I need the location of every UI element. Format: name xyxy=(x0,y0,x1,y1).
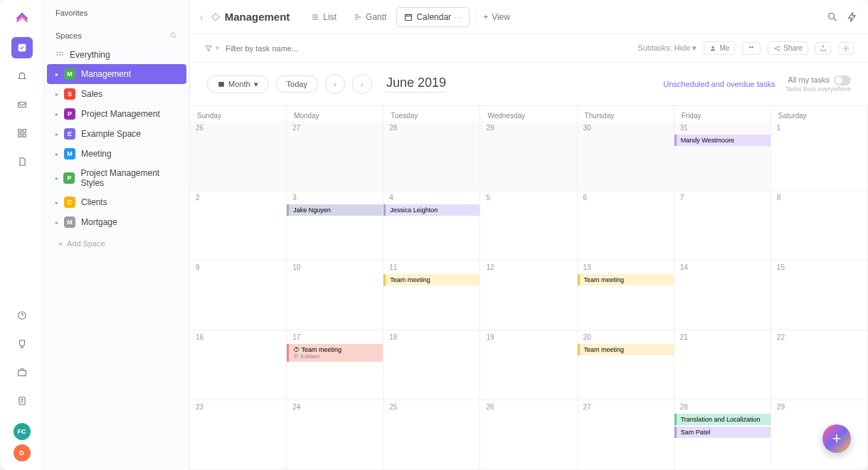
rail-notepad-icon[interactable] xyxy=(11,390,33,412)
calendar-cell[interactable]: 28 xyxy=(383,121,480,191)
calendar-cell[interactable]: 20Team meeting xyxy=(578,330,674,400)
calendar-cell[interactable]: 27 xyxy=(287,121,383,191)
svg-rect-2 xyxy=(23,130,26,132)
add-space-button[interactable]: + Add Space xyxy=(44,232,189,255)
calendar-cell[interactable]: 8 xyxy=(771,191,868,261)
rail-goals-icon[interactable] xyxy=(11,333,33,355)
calendar-cell[interactable]: 1 xyxy=(771,121,868,191)
rail-notifications-icon[interactable] xyxy=(11,66,33,87)
calendar-cell[interactable]: 11Team meeting xyxy=(383,261,480,330)
space-item[interactable]: ▸PProject Management xyxy=(44,104,189,124)
calendar-cell[interactable]: 6 xyxy=(578,191,674,261)
next-button[interactable]: › xyxy=(352,74,372,94)
svg-point-16 xyxy=(829,13,835,19)
assignee-filter[interactable] xyxy=(742,42,761,55)
rail-tasks-icon[interactable] xyxy=(11,37,33,58)
space-item[interactable]: ▸MManagement xyxy=(47,64,186,84)
rail-docs-icon[interactable] xyxy=(11,151,33,172)
space-item[interactable]: ▸MMeeting xyxy=(44,144,189,164)
all-tasks-toggle[interactable]: All my tasks Tasks from everywhere xyxy=(785,75,851,93)
space-item[interactable]: ▸EExample Space xyxy=(44,124,189,144)
me-filter[interactable]: Me xyxy=(704,41,735,55)
calendar-cell[interactable]: 14 xyxy=(674,261,771,330)
calendar-cell[interactable]: 15 xyxy=(771,261,868,330)
calendar-cell[interactable]: 7 xyxy=(674,191,771,261)
calendar-event[interactable]: Team meeting xyxy=(578,274,674,286)
day-header: Thursday xyxy=(578,106,674,121)
calendar-event[interactable]: Jake Nguyen xyxy=(287,204,383,216)
calendar-cell[interactable]: 26 xyxy=(190,121,287,191)
calendar-cell[interactable]: 31Mandy Westmoore xyxy=(674,121,771,191)
calendar-event[interactable]: Translation and Localization xyxy=(674,414,771,425)
calendar-event[interactable]: Mandy Westmoore xyxy=(674,135,771,146)
calendar-cell[interactable]: 12 xyxy=(480,261,577,330)
calendar-cell[interactable]: 28Translation and LocalizationSam Patel xyxy=(674,400,771,470)
tab-list[interactable]: List xyxy=(304,8,344,26)
bolt-icon[interactable] xyxy=(847,11,858,23)
range-selector[interactable]: Month ▾ xyxy=(207,75,269,93)
user-avatar[interactable]: FC xyxy=(14,423,31,440)
calendar-event[interactable]: Team meeting xyxy=(578,344,674,355)
calendar-cell[interactable]: 22 xyxy=(771,330,868,400)
calendar-cell[interactable]: 2 xyxy=(190,191,287,261)
calendar-cell[interactable]: 29 xyxy=(480,121,577,191)
calendar-cell[interactable]: 24 xyxy=(287,400,383,470)
settings-icon[interactable] xyxy=(838,42,854,55)
cell-date: 6 xyxy=(578,194,674,204)
calendar-cell[interactable]: 26 xyxy=(480,400,577,470)
calendar-cell[interactable]: 16 xyxy=(190,330,287,400)
calendar-cell[interactable]: 27 xyxy=(578,400,674,470)
calendar-cell[interactable]: 9 xyxy=(190,261,287,330)
calendar-cell[interactable]: 21 xyxy=(674,330,771,400)
tab-gantt[interactable]: Gantt xyxy=(346,8,393,26)
calendar-cell[interactable]: 19 xyxy=(480,330,577,400)
spaces-header[interactable]: Spaces xyxy=(44,23,189,46)
prev-button[interactable]: ‹ xyxy=(325,74,345,94)
calendar-cell[interactable]: 3Jake Nguyen xyxy=(287,191,383,261)
calendar-cell[interactable]: 5 xyxy=(480,191,577,261)
svg-rect-6 xyxy=(18,370,26,376)
space-item[interactable]: ▸SSales xyxy=(44,84,189,104)
calendar-event[interactable]: Sam Patel xyxy=(674,427,771,438)
calendar-cell[interactable]: 17⏱ Team meeting⏱ 8:00am xyxy=(287,330,383,400)
calendar-cell[interactable]: 29 xyxy=(771,400,868,470)
calendar-event[interactable]: Jessica Leighton xyxy=(383,204,480,216)
tab-calendar[interactable]: Calendar··· xyxy=(396,7,470,27)
space-label: Project Management xyxy=(81,109,160,119)
calendar-cell[interactable]: 30 xyxy=(578,121,674,191)
autosave-icon[interactable] xyxy=(815,42,831,55)
today-button[interactable]: Today xyxy=(276,75,318,93)
calendar-cell[interactable]: 18 xyxy=(383,330,480,400)
search-icon[interactable] xyxy=(827,11,838,23)
user-avatar[interactable]: D xyxy=(14,444,31,461)
space-item[interactable]: ▸CClients xyxy=(44,192,189,212)
search-icon[interactable] xyxy=(169,31,178,40)
create-task-fab[interactable]: + xyxy=(822,424,851,453)
add-view-button[interactable]: + View xyxy=(475,8,517,26)
calendar-cell[interactable]: 23 xyxy=(190,400,287,470)
subtasks-toggle[interactable]: Subtasks: Hide ▾ xyxy=(637,43,697,53)
calendar-title[interactable]: June 2019 xyxy=(386,75,446,93)
back-button[interactable]: ‹ xyxy=(200,11,203,23)
calendar-event[interactable]: ⏱ Team meeting⏱ 8:00am xyxy=(287,344,383,362)
everything-item[interactable]: Everything xyxy=(44,46,189,64)
cell-date: 7 xyxy=(674,194,771,204)
calendar-event[interactable]: Team meeting xyxy=(383,274,480,286)
calendar-cell[interactable]: 10 xyxy=(287,261,383,330)
share-button[interactable]: Share xyxy=(768,41,808,55)
space-item[interactable]: ▸PProject Management Styles xyxy=(44,164,189,192)
rail-help-icon[interactable] xyxy=(11,305,33,326)
space-item[interactable]: ▸MMortgage xyxy=(44,212,189,232)
favorites-header[interactable]: Favorites xyxy=(44,0,189,23)
rail-dashboards-icon[interactable] xyxy=(11,122,33,144)
filter-input[interactable] xyxy=(226,44,368,53)
calendar-cell[interactable]: 4Jessica Leighton xyxy=(383,191,480,261)
calendar-cell[interactable]: 25 xyxy=(383,400,480,470)
rail-work-icon[interactable] xyxy=(11,362,33,383)
filter-icon[interactable] xyxy=(204,44,213,53)
calendar-cell[interactable]: 13Team meeting xyxy=(578,261,674,330)
unscheduled-link[interactable]: Unscheduled and overdue tasks xyxy=(663,80,775,88)
tab-options-icon[interactable]: ··· xyxy=(455,12,462,22)
rail-inbox-icon[interactable] xyxy=(11,94,33,115)
tag-icon xyxy=(211,12,221,22)
